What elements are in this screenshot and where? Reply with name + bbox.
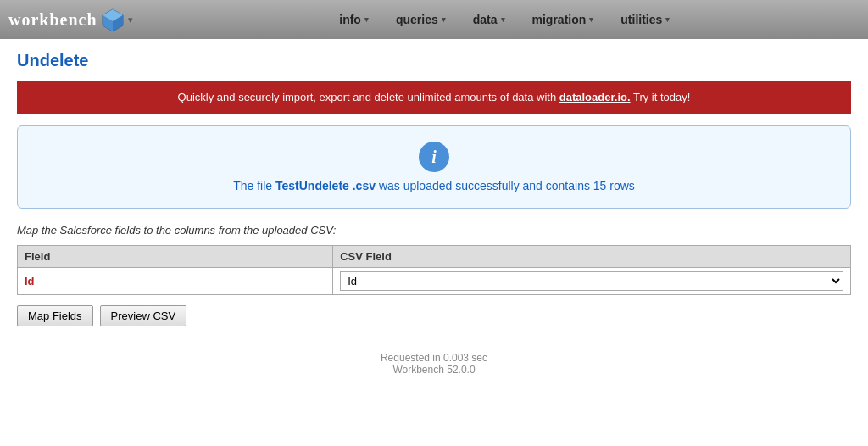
page-title: Undelete bbox=[17, 51, 851, 70]
nav-migration-arrow: ▾ bbox=[589, 15, 593, 24]
csv-field-select[interactable]: Id bbox=[340, 271, 843, 291]
info-suffix: was uploaded successfully and contains 1… bbox=[379, 179, 635, 192]
info-icon: i bbox=[419, 142, 449, 172]
nav-data-arrow: ▾ bbox=[501, 15, 505, 24]
footer-line1: Requested in 0.003 sec bbox=[17, 352, 851, 364]
nav-queries-arrow: ▾ bbox=[442, 15, 446, 24]
ad-banner: Quickly and securely import, export and … bbox=[17, 81, 851, 114]
nav-items: info ▾ queries ▾ data ▾ migration ▾ util… bbox=[150, 8, 860, 31]
nav-item-migration[interactable]: migration ▾ bbox=[520, 8, 606, 31]
nav-item-info[interactable]: info ▾ bbox=[327, 8, 381, 31]
info-icon-letter: i bbox=[431, 148, 437, 167]
table-row: IdId bbox=[18, 268, 851, 295]
info-box: i The file TestUndelete .csv was uploade… bbox=[17, 125, 851, 209]
brand-cube-icon bbox=[101, 8, 125, 31]
ad-link[interactable]: dataloader.io. bbox=[559, 91, 631, 103]
field-mapping-table: Field CSV Field IdId bbox=[17, 245, 851, 295]
brand: workbench ▾ bbox=[8, 8, 133, 31]
instructions-text: Map the Salesforce fields to the columns… bbox=[17, 224, 851, 237]
navbar: workbench ▾ info ▾ queries ▾ data ▾ migr… bbox=[0, 0, 868, 39]
brand-dropdown-arrow[interactable]: ▾ bbox=[128, 14, 133, 25]
field-name-cell: Id bbox=[18, 268, 333, 295]
nav-item-utilities[interactable]: utilities ▾ bbox=[609, 8, 682, 31]
col-header-field: Field bbox=[18, 246, 333, 268]
info-filename: TestUndelete .csv bbox=[275, 179, 376, 192]
nav-item-queries[interactable]: queries ▾ bbox=[384, 8, 458, 31]
ad-cta: Try it today! bbox=[631, 91, 691, 103]
main-content: Undelete Quickly and securely import, ex… bbox=[0, 39, 868, 404]
footer-line2: Workbench 52.0.0 bbox=[17, 364, 851, 376]
nav-info-arrow: ▾ bbox=[364, 15, 369, 24]
info-prefix: The file bbox=[233, 179, 272, 192]
info-message: The file TestUndelete .csv was uploaded … bbox=[35, 179, 833, 192]
csv-field-cell[interactable]: Id bbox=[333, 268, 851, 295]
nav-utilities-arrow: ▾ bbox=[665, 15, 670, 24]
col-header-csv-field: CSV Field bbox=[333, 246, 851, 268]
ad-text: Quickly and securely import, export and … bbox=[178, 91, 559, 103]
brand-text: workbench bbox=[8, 10, 97, 30]
map-fields-button[interactable]: Map Fields bbox=[17, 305, 93, 326]
button-row: Map Fields Preview CSV bbox=[17, 305, 851, 326]
footer: Requested in 0.003 sec Workbench 52.0.0 bbox=[17, 352, 851, 393]
nav-item-data[interactable]: data ▾ bbox=[461, 8, 517, 31]
preview-csv-button[interactable]: Preview CSV bbox=[100, 305, 187, 326]
